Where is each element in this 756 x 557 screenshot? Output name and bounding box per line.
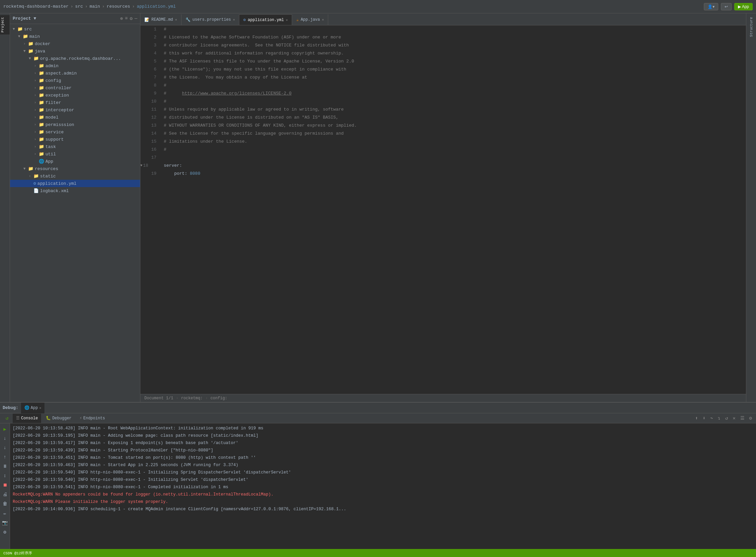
breadcrumb-config: config: bbox=[210, 396, 227, 401]
code-line-6: # (the "License"); you may not use this … bbox=[164, 65, 746, 74]
app-run-button[interactable]: ▶ App bbox=[734, 3, 753, 10]
breadcrumb-item-5[interactable]: application.yml bbox=[137, 4, 176, 9]
tree-item-service[interactable]: › 📁 service bbox=[10, 128, 140, 136]
breadcrumb-item-4[interactable]: resources bbox=[107, 4, 130, 9]
log-line-1: [2022-06-20 10:13:58.428] INFO main - Ro… bbox=[13, 425, 753, 432]
tab-users[interactable]: 🔧 users.properties ✕ bbox=[181, 14, 239, 25]
panel-title: Project ▼ bbox=[13, 16, 36, 21]
gear-icon[interactable]: ⚙ bbox=[1, 528, 9, 536]
tab-application-yml[interactable]: ⚙ application.yml ✕ bbox=[239, 14, 292, 25]
top-bar-right: 👤▾ ↩ ▶ App bbox=[704, 3, 753, 10]
breadcrumb-item-1[interactable]: rocketmq-dashboard-master bbox=[3, 4, 68, 9]
filter-icon[interactable]: ☰ bbox=[739, 415, 746, 422]
tab-readme[interactable]: 📝 README.md ✕ bbox=[140, 14, 181, 25]
tree-item-resources[interactable]: ▼ 📁 resources bbox=[10, 165, 140, 172]
edit-icon[interactable]: ✏ bbox=[1, 509, 9, 518]
endpoints-tab[interactable]: ⚡ Endpoints bbox=[76, 414, 108, 423]
tree-item-task[interactable]: › 📁 task bbox=[10, 143, 140, 150]
debugger-tab[interactable]: 🐛 Debugger bbox=[42, 414, 75, 423]
tree-item-support[interactable]: › 📁 support bbox=[10, 136, 140, 143]
account-button[interactable]: 👤▾ bbox=[704, 3, 718, 10]
tree-item-java[interactable]: ▼ 📁 java bbox=[10, 48, 140, 55]
stop-btn-icon[interactable]: ⏹ bbox=[1, 481, 9, 490]
tree-item-util[interactable]: › 📁 util bbox=[10, 150, 140, 158]
breadcrumb-item-3[interactable]: main bbox=[90, 4, 100, 9]
code-editor[interactable]: 1 2 3 4 5 6 7 8 9 10 11 12 13 14 15 16 1… bbox=[140, 25, 746, 394]
panel-icons: ⊕ ≡ ⚙ — bbox=[120, 16, 137, 21]
close-icon[interactable]: — bbox=[135, 16, 137, 21]
stop-icon[interactable]: ✕ bbox=[731, 415, 737, 422]
tree-item-main[interactable]: ▼ 📁 main bbox=[10, 33, 140, 40]
debug-tab-close[interactable]: ✕ bbox=[39, 406, 41, 410]
scroll-up-icon[interactable]: ⬆ bbox=[694, 415, 699, 422]
tab-app-close[interactable]: ✕ bbox=[322, 18, 324, 22]
tree-item-static[interactable]: › 📁 static bbox=[10, 172, 140, 180]
step-over-icon[interactable]: ↷ bbox=[709, 415, 714, 422]
scroll-down-icon[interactable]: ⬇ bbox=[701, 415, 706, 422]
log-warn-1: RocketMQLog:WARN No appenders could be f… bbox=[13, 491, 753, 498]
log-line-10: [2022-06-20 10:14:00.936] INFO schedulin… bbox=[13, 505, 753, 513]
step-in-icon[interactable]: ↴ bbox=[716, 415, 722, 422]
trash-icon[interactable]: 🗑 bbox=[1, 500, 9, 508]
split-icon[interactable]: ↕ bbox=[1, 471, 9, 480]
run-icon[interactable]: ▶ bbox=[1, 425, 9, 433]
tree-item-filter[interactable]: › 📁 filter bbox=[10, 99, 140, 106]
console-tabs: ↺ ☰ Console 🐛 Debugger ⚡ Endpoints ⬆ ⬇ ↷… bbox=[0, 413, 756, 423]
users-icon: 🔧 bbox=[185, 18, 191, 22]
restart-icon[interactable]: ↺ bbox=[3, 414, 11, 423]
code-line-9: # http://www.apache.org/licenses/LICENSE… bbox=[164, 90, 746, 97]
camera-icon[interactable]: 📷 bbox=[1, 518, 9, 527]
code-line-3: # contributor license agreements. See th… bbox=[164, 41, 746, 50]
up-icon[interactable]: ↑ bbox=[1, 453, 9, 462]
collapse-icon[interactable]: ≡ bbox=[125, 16, 128, 21]
tree-item-logback-xml[interactable]: › 📄 logback.xml bbox=[10, 187, 140, 195]
breadcrumb-item-2[interactable]: src bbox=[75, 4, 83, 9]
log-line-8: [2022-06-20 10:13:59.540] INFO http-nio-… bbox=[13, 476, 753, 483]
yml-icon: ⚙ bbox=[243, 18, 246, 22]
structure-strip[interactable]: Structure bbox=[749, 15, 754, 39]
console-tab[interactable]: ☰ Console bbox=[13, 414, 41, 423]
log-warn-2: RocketMQLog:WARN Please initialize the l… bbox=[13, 498, 753, 505]
tab-users-close[interactable]: ✕ bbox=[233, 18, 235, 22]
tree-item-exception[interactable]: › 📁 exception bbox=[10, 92, 140, 99]
log-line-9: [2022-06-20 10:13:59.541] INFO http-nio-… bbox=[13, 483, 753, 491]
sync-icon[interactable]: ⊕ bbox=[120, 16, 123, 21]
settings2-icon[interactable]: ⚙ bbox=[748, 415, 753, 422]
reload-icon[interactable]: ↺ bbox=[724, 415, 729, 422]
code-line-10: # bbox=[164, 97, 746, 106]
code-line-19: port: 8080 bbox=[164, 170, 746, 178]
tree-item-interceptor[interactable]: › 📁 interceptor bbox=[10, 106, 140, 114]
tree-item-admin[interactable]: › 📁 admin bbox=[10, 62, 140, 69]
tab-readme-close[interactable]: ✕ bbox=[175, 18, 177, 22]
tree-item-org[interactable]: ▼ 📁 org.apache.rocketmq.dashboar... bbox=[10, 55, 140, 62]
doc-position: Document 1/1 bbox=[144, 396, 173, 401]
tab-application-close[interactable]: ✕ bbox=[286, 18, 288, 22]
panel-header: Project ▼ ⊕ ≡ ⚙ — bbox=[10, 13, 140, 24]
print-icon[interactable]: 🖨 bbox=[1, 490, 9, 499]
tree-item-controller[interactable]: › 📁 controller bbox=[10, 84, 140, 92]
debug-tab-app[interactable]: 🌐 App ✕ bbox=[21, 403, 45, 413]
console-toolbar: ⬆ ⬇ ↷ ↴ ↺ ✕ ☰ ⚙ bbox=[694, 415, 753, 422]
tree-item-src[interactable]: ▼ 📁 src bbox=[10, 25, 140, 33]
tree-item-config[interactable]: › 📁 config bbox=[10, 77, 140, 84]
tree-item-model[interactable]: › 📁 model bbox=[10, 114, 140, 121]
tree-item-aspect-admin[interactable]: › 📁 aspect.admin bbox=[10, 69, 140, 77]
log-line-7: [2022-06-20 10:13:59.540] INFO http-nio-… bbox=[13, 469, 753, 476]
right-strip: Structure bbox=[746, 13, 756, 402]
code-lines: # # Licensed to the Apache Software Foun… bbox=[161, 25, 746, 394]
project-strip-label[interactable]: Project bbox=[0, 15, 10, 34]
tree-item-docker[interactable]: › 📁 docker bbox=[10, 40, 140, 48]
log-line-4: [2022-06-20 10:13:59.439] INFO main - St… bbox=[13, 447, 753, 454]
debug-tab-label: App bbox=[31, 406, 38, 410]
top-bar: rocketmq-dashboard-master › src › main ›… bbox=[0, 0, 756, 13]
tree-item-app-java[interactable]: › 🌐 App bbox=[10, 158, 140, 165]
down2-icon[interactable]: ↓ bbox=[1, 443, 9, 452]
tree-item-permisssion[interactable]: › 📁 permisssion bbox=[10, 121, 140, 128]
settings-icon[interactable]: ⚙ bbox=[130, 16, 132, 21]
back-button[interactable]: ↩ bbox=[721, 3, 732, 10]
tab-app-java[interactable]: ☕ App.java ✕ bbox=[292, 14, 328, 25]
console-output[interactable]: [2022-06-20 10:13:58.428] INFO main - Ro… bbox=[10, 423, 756, 549]
down-icon[interactable]: ↓ bbox=[1, 434, 9, 443]
tree-item-application-yml[interactable]: › ⚙ application.yml bbox=[10, 180, 140, 187]
pause-icon[interactable]: ⏸ bbox=[1, 462, 9, 471]
